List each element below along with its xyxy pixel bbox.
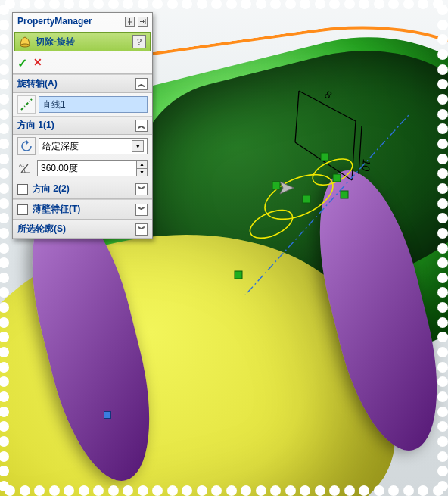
svg-line-20 bbox=[21, 99, 32, 110]
property-manager-panel: PropertyManager 切除-旋转 ? ✓ ✕ 旋转轴(A) ︽ 直线1 bbox=[12, 12, 153, 239]
spin-down-button[interactable]: ▼ bbox=[136, 169, 147, 176]
end-condition-combo[interactable]: 给定深度 ▾ bbox=[39, 138, 148, 154]
angle-icon: A1 bbox=[17, 160, 34, 176]
dir2-checkbox[interactable] bbox=[17, 184, 28, 195]
axis-line-icon bbox=[17, 95, 36, 114]
feature-name: 切除-旋转 bbox=[36, 36, 128, 48]
chevron-down-icon[interactable]: ︾ bbox=[135, 204, 148, 216]
sketch-point-handle[interactable] bbox=[104, 411, 111, 419]
spin-up-button[interactable]: ▲ bbox=[136, 161, 147, 169]
svg-text:A1: A1 bbox=[19, 163, 25, 167]
help-button[interactable]: ? bbox=[132, 35, 146, 48]
thin-checkbox[interactable] bbox=[17, 204, 28, 215]
section-contours-label: 所选轮廓(S) bbox=[17, 223, 66, 236]
end-condition-value: 给定深度 bbox=[42, 140, 79, 153]
cut-revolve-icon bbox=[19, 36, 31, 48]
angle-input[interactable]: 360.00度 ▲ ▼ bbox=[37, 160, 148, 176]
section-axis-header[interactable]: 旋转轴(A) ︽ bbox=[13, 74, 152, 93]
feature-header: 切除-旋转 ? bbox=[14, 32, 151, 51]
chevron-up-icon[interactable]: ︽ bbox=[135, 120, 148, 132]
angle-value: 360.00度 bbox=[38, 161, 136, 176]
chevron-down-icon[interactable]: ︾ bbox=[135, 223, 148, 236]
section-dir2-label: 方向 2(2) bbox=[33, 182, 131, 195]
section-axis-label: 旋转轴(A) bbox=[17, 77, 58, 90]
angle-row: A1 360.00度 ▲ ▼ bbox=[13, 158, 152, 179]
confirm-bar: ✓ ✕ bbox=[13, 53, 152, 74]
section-thin-label: 薄壁特征(T) bbox=[33, 203, 131, 216]
section-dir1-label: 方向 1(1) bbox=[17, 119, 54, 132]
ok-button[interactable]: ✓ bbox=[17, 56, 27, 70]
section-thin-header[interactable]: 薄壁特征(T) ︾ bbox=[13, 199, 152, 220]
section-contours-header[interactable]: 所选轮廓(S) ︾ bbox=[13, 220, 152, 239]
axis-row: 直线1 bbox=[13, 93, 152, 116]
chevron-down-icon[interactable]: ▾ bbox=[132, 140, 144, 152]
chevron-up-icon[interactable]: ︽ bbox=[135, 78, 148, 90]
end-condition-row: 给定深度 ▾ bbox=[13, 135, 152, 158]
axis-selection-field[interactable]: 直线1 bbox=[39, 96, 148, 113]
cancel-button[interactable]: ✕ bbox=[33, 56, 42, 70]
pin-icon[interactable] bbox=[125, 17, 135, 27]
svg-point-19 bbox=[20, 44, 30, 47]
reverse-direction-icon[interactable] bbox=[17, 137, 36, 155]
section-dir1-header[interactable]: 方向 1(1) ︽ bbox=[13, 116, 152, 135]
section-dir2-header[interactable]: 方向 2(2) ︾ bbox=[13, 179, 152, 199]
chevron-down-icon[interactable]: ︾ bbox=[135, 183, 148, 195]
panel-title: PropertyManager bbox=[17, 16, 122, 27]
panel-titlebar: PropertyManager bbox=[13, 13, 152, 30]
arrow-bar-icon[interactable] bbox=[138, 17, 148, 27]
